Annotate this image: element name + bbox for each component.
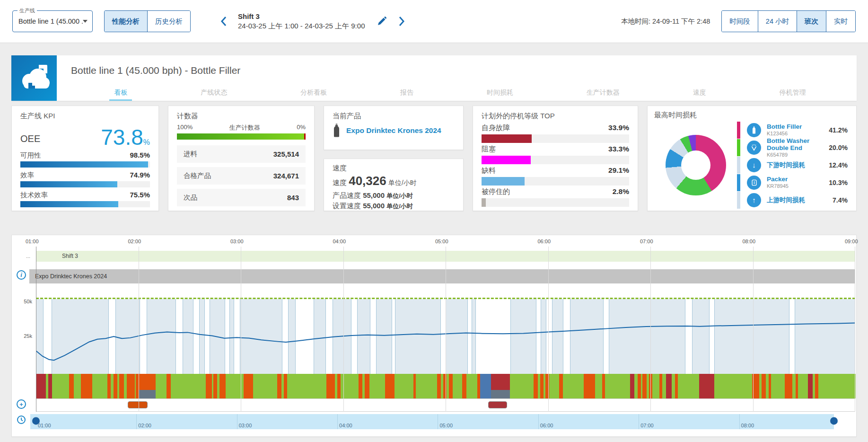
state-segment [287, 374, 327, 398]
state-sub-segment [139, 390, 156, 398]
scrubber-handle-right[interactable] [830, 417, 838, 424]
time-loss-name[interactable]: 上游时间损耗 [767, 196, 833, 204]
product-band-label: Expo Drinktec Krones 2024 [35, 273, 107, 280]
current-product-card: 当前产品 Expo Drinktec Krones 2024 [324, 106, 464, 150]
kpi-metric-list: 可用性98.5%效率74.9%技术效率75.5% [20, 151, 150, 207]
hour-gridline [343, 247, 344, 412]
time-loss-text: Bottle FillerK123456 [767, 123, 829, 136]
counter-bar-fill [177, 133, 305, 140]
counter-center-label: 生产计数器 [229, 124, 260, 132]
arrow-up-icon: ↑ [747, 193, 761, 207]
range-button-1[interactable]: 24 小时 [758, 11, 797, 32]
timeline-chart-card: ... i 50k 25k + 01:0002:0003:0004:0005:0… [11, 235, 857, 437]
kpi-bar-fill [20, 181, 117, 187]
oee-row: OEE 73.8% [20, 124, 150, 148]
card-title: 最高时间损耗 [654, 111, 850, 120]
edit-pencil-icon[interactable] [376, 16, 387, 27]
state-segment [510, 374, 534, 398]
stop-class-label: 被停住的 [482, 187, 510, 196]
time-scrubber[interactable]: 01:0002:0003:0004:0005:0006:0007:0008:00 [30, 414, 834, 429]
mode-button-1[interactable]: 历史分析 [148, 11, 190, 32]
counter-right-label: 0% [297, 124, 306, 132]
hour-gridline [241, 247, 241, 412]
product-band[interactable]: Expo Drinktec Krones 2024 [29, 269, 855, 283]
range-button-3[interactable]: 实时 [826, 11, 855, 32]
state-segment [785, 374, 792, 398]
counter-row: 进料325,514 [177, 145, 306, 163]
scrubber-handle-left[interactable] [32, 417, 40, 424]
time-loss-donut-chart[interactable] [666, 135, 726, 195]
speed-row-unit: 单位/小时 [386, 203, 413, 210]
range-button-2[interactable]: 班次 [797, 11, 826, 32]
tab-7[interactable]: 停机管理 [775, 86, 811, 101]
counter-row: 次品843 [177, 189, 306, 206]
hour-gridline [139, 247, 139, 412]
shift-navigator: Shift 3 24-03-25 上午 1:00 - 24-03-25 上午 9… [219, 12, 406, 31]
time-loss-code: K123456 [767, 131, 829, 137]
time-loss-name[interactable]: Bottle Filler [767, 123, 829, 131]
time-loss-name[interactable]: Bottle Washer Double End [767, 137, 829, 152]
time-loss-colorbar [737, 174, 740, 191]
clock-icon[interactable] [17, 415, 26, 425]
product-speed-column: 当前产品 Expo Drinktec Krones 2024 速度 速度 40,… [324, 106, 464, 211]
product-link[interactable]: Expo Drinktec Krones 2024 [346, 126, 441, 135]
stop-class-label: 自身故障 [482, 124, 510, 133]
chevron-down-icon [83, 20, 88, 23]
hour-gridline [36, 247, 36, 412]
chevron-left-icon[interactable] [219, 15, 229, 27]
mode-button-0[interactable]: 性能分析 [105, 11, 148, 32]
tab-4[interactable]: 时间损耗 [482, 86, 518, 101]
stop-bar-track [482, 177, 629, 186]
zoom-plus-icon[interactable]: + [17, 399, 26, 409]
time-loss-row: ↑上游时间损耗7.4% [737, 192, 850, 209]
counter-label: 进料 [184, 150, 197, 159]
time-loss-value: 20.0% [829, 144, 850, 151]
stop-marker[interactable] [488, 401, 507, 408]
scrubber-hour-line [739, 414, 740, 429]
state-segment [206, 374, 212, 398]
tab-0[interactable]: 看板 [109, 86, 132, 101]
unplanned-stops-card: 计划外的停机等级 TOP 自身故障33.9%阻塞33.3%缺料29.1%被停住的… [473, 106, 638, 211]
scrubber-label: 04:00 [339, 423, 352, 428]
range-button-0[interactable]: 时间段 [722, 11, 758, 32]
state-segment [416, 374, 438, 398]
state-segment [466, 374, 477, 398]
time-axis-label: 07:00 [640, 239, 653, 244]
stop-bar-fill [482, 156, 531, 164]
time-loss-value: 7.4% [833, 196, 850, 204]
state-segment [584, 374, 596, 398]
stop-bar-fill [482, 177, 525, 186]
time-axis-label: 02:00 [128, 239, 141, 244]
time-loss-value: 12.4% [829, 161, 850, 169]
time-loss-name[interactable]: Packer [767, 176, 829, 183]
local-time-label: 本地时间: [621, 18, 650, 25]
time-loss-row: PackerKR7894510.3% [737, 174, 850, 191]
stop-marker[interactable] [128, 401, 148, 408]
tab-3[interactable]: 报告 [395, 86, 418, 101]
production-line-select[interactable]: 生产线 Bottle line 1 (45.000 ... [12, 10, 93, 32]
tab-5[interactable]: 生产计数器 [582, 86, 624, 101]
washer-icon [747, 141, 761, 155]
info-icon[interactable]: i [17, 270, 26, 280]
speed-row-label: 设置速度 [333, 202, 363, 210]
speed-row: 产品速度 55,000 单位/小时 [333, 190, 455, 201]
y-axis-label-25k: 25k [24, 333, 32, 339]
tab-1[interactable]: 产线状态 [196, 86, 232, 101]
kpi-metric-row: 技术效率75.5% [20, 191, 150, 200]
state-segment [491, 374, 510, 398]
chevron-right-icon[interactable] [396, 15, 406, 27]
counter-value: 325,514 [273, 150, 299, 158]
stop-class-row: 自身故障33.9% [482, 124, 629, 133]
kpi-metric-label: 效率 [20, 171, 34, 180]
time-loss-row: Bottle Washer Double EndK65478920.0% [737, 139, 850, 156]
time-axis-label: 08:00 [742, 239, 755, 244]
card-title: 速度 [333, 164, 455, 173]
tab-6[interactable]: 速度 [688, 86, 711, 101]
local-time: 本地时间: 24-09-11 下午 2:48 [621, 17, 710, 26]
state-segment [699, 374, 715, 398]
time-loss-name[interactable]: 下游时间损耗 [767, 161, 829, 169]
tab-2[interactable]: 分析看板 [296, 86, 332, 101]
speed-current-unit: 单位/小时 [388, 179, 417, 186]
hour-gridline [446, 247, 446, 412]
card-title: 计划外的停机等级 TOP [482, 112, 629, 121]
